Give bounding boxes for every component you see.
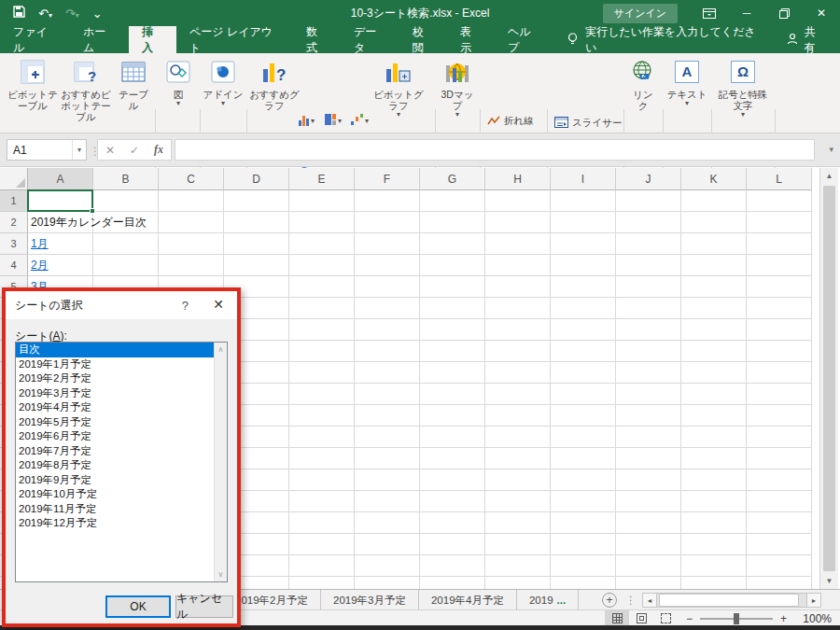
column-chart-button[interactable]: ▾ — [299, 113, 322, 129]
column-header[interactable]: J — [616, 168, 681, 190]
list-scroll-down-icon[interactable]: ∨ — [215, 570, 227, 579]
link-button[interactable]: リンク — [627, 56, 659, 129]
sheet-tab-truncated[interactable]: 2019... — [517, 590, 579, 610]
customize-qat-button[interactable]: ⌄ — [92, 7, 103, 21]
cell-b2-title[interactable]: 2019年カレンダー目次 — [31, 212, 147, 233]
sparkline-line-button[interactable]: 折れ線 — [487, 115, 534, 128]
tab-review[interactable]: 校閲 — [399, 26, 447, 53]
vertical-scroll-thumb[interactable] — [823, 186, 835, 571]
redo-button[interactable]: ↷▾ — [65, 7, 79, 21]
sheet-list-item[interactable]: 2019年8月予定 — [16, 458, 227, 473]
row-header[interactable]: 2 — [0, 212, 28, 233]
sheet-list-item[interactable]: 2019年6月予定 — [16, 429, 227, 444]
page-layout-view-button[interactable] — [629, 610, 653, 626]
save-icon[interactable] — [13, 6, 25, 21]
tab-file[interactable]: ファイル — [0, 26, 70, 53]
column-header[interactable]: A — [28, 168, 93, 190]
tab-view[interactable]: 表示 — [447, 26, 495, 53]
selected-cell-a1[interactable] — [27, 189, 93, 212]
name-box[interactable]: A1 ▾ — [7, 139, 87, 161]
sheet-list-item[interactable]: 2019年4月予定 — [16, 400, 227, 415]
column-header[interactable]: D — [224, 168, 289, 190]
formula-input[interactable] — [175, 139, 815, 161]
tab-formulas[interactable]: 数式 — [293, 26, 341, 53]
3d-map-button[interactable]: 3Dマップ ▾ — [437, 56, 478, 129]
scroll-up-icon[interactable]: ▲ — [820, 168, 838, 184]
row-header[interactable]: 3 — [0, 233, 28, 255]
text-button[interactable]: A テキスト ▾ — [666, 56, 707, 129]
sheet-list-item[interactable]: 2019年11月予定 — [16, 502, 227, 517]
expand-formula-bar-icon[interactable]: ▾ — [829, 145, 833, 154]
list-scrollbar[interactable]: ∧ ∨ — [214, 343, 227, 581]
sheet-list-item[interactable]: 2019年12月予定 — [16, 516, 227, 531]
horizontal-scroll-thumb[interactable] — [659, 594, 799, 607]
sheet-list-item[interactable]: 2019年5月予定 — [16, 415, 227, 430]
sheet-list-item[interactable]: 目次 — [16, 343, 227, 357]
close-button[interactable]: ✕ — [803, 0, 840, 26]
column-header[interactable]: C — [159, 168, 224, 190]
illustrations-button[interactable]: 図 ▾ — [159, 56, 198, 129]
column-header[interactable]: G — [420, 168, 485, 190]
scroll-left-icon[interactable]: ◄ — [642, 593, 657, 608]
restore-button[interactable] — [765, 0, 803, 26]
tab-data[interactable]: データ — [341, 26, 399, 53]
sheet-tab[interactable]: 2019年4月予定 — [419, 590, 517, 610]
ribbon-display-options-icon[interactable] — [691, 0, 728, 26]
scroll-right-icon[interactable]: ► — [806, 593, 821, 608]
select-all-corner[interactable] — [0, 168, 28, 190]
zoom-slider[interactable] — [700, 618, 773, 620]
row-header[interactable]: 1 — [0, 190, 28, 212]
column-header[interactable]: E — [289, 168, 355, 190]
vertical-scrollbar[interactable]: ▲ ▼ — [819, 168, 838, 589]
dialog-close-icon[interactable]: ✕ — [213, 297, 224, 312]
signin-button[interactable]: サインイン — [603, 4, 678, 23]
sheet-list-item[interactable]: 2019年3月予定 — [16, 386, 227, 401]
sheet-list-item[interactable]: 2019年9月予定 — [16, 473, 227, 488]
normal-view-button[interactable] — [605, 610, 629, 626]
tab-page-layout[interactable]: ページ レイアウト — [176, 26, 293, 53]
row-header[interactable]: 4 — [0, 255, 28, 276]
column-header[interactable]: B — [93, 168, 159, 190]
tab-home[interactable]: ホーム — [70, 26, 129, 53]
list-scroll-up-icon[interactable]: ∧ — [215, 345, 227, 354]
enter-entry-icon[interactable]: ✓ — [130, 144, 139, 157]
table-button[interactable]: テーブル — [116, 56, 151, 129]
recommended-charts-button[interactable]: ? おすすめグラフ — [252, 56, 297, 129]
column-header[interactable]: F — [355, 168, 420, 190]
sheet-options-icon[interactable]: ⋮ — [625, 594, 637, 607]
horizontal-scrollbar[interactable]: ◄ ► — [642, 592, 821, 609]
minimize-button[interactable]: ─ — [728, 0, 765, 26]
slicer-button[interactable]: スライサー — [554, 117, 622, 130]
fill-handle[interactable] — [90, 208, 95, 214]
recommended-pivot-tables-button[interactable]: ? おすすめピボットテーブル — [58, 56, 114, 129]
tab-insert[interactable]: 挿入 — [129, 26, 176, 53]
sheet-tab[interactable]: 2019年3月予定 — [321, 590, 419, 610]
tell-me-search[interactable]: 実行したい作業を入力してください — [553, 26, 772, 53]
column-header[interactable]: L — [747, 168, 812, 190]
addins-button[interactable]: アドイン ▾ — [202, 56, 245, 129]
page-break-view-button[interactable] — [653, 610, 678, 626]
column-header[interactable]: K — [681, 168, 747, 190]
cancel-button[interactable]: キャンセル — [175, 595, 233, 618]
name-box-dropdown-icon[interactable]: ▾ — [72, 140, 86, 160]
zoom-in-button[interactable]: + — [780, 612, 787, 625]
symbols-button[interactable]: Ω 記号と特殊文字 ▾ — [717, 56, 769, 129]
ok-button[interactable]: OK — [105, 595, 171, 618]
sheet-list-item[interactable]: 2019年7月予定 — [16, 444, 227, 459]
zoom-level[interactable]: 100% — [794, 612, 832, 625]
cell-b4-link[interactable]: 2月 — [31, 255, 49, 276]
cell-b3-link[interactable]: 1月 — [31, 233, 49, 255]
insert-function-icon[interactable]: fx — [154, 143, 163, 157]
hierarchy-chart-button[interactable]: ▾ — [325, 113, 348, 129]
zoom-out-button[interactable]: − — [686, 612, 693, 625]
column-header[interactable]: I — [551, 168, 616, 190]
sheet-list-item[interactable]: 2019年10月予定 — [16, 487, 227, 502]
sheet-list-item[interactable]: 2019年1月予定 — [16, 357, 227, 372]
tab-help[interactable]: ヘルプ — [495, 26, 553, 53]
pivot-chart-button[interactable]: ピボットグラフ ▾ — [371, 56, 426, 129]
undo-button[interactable]: ↶▾ — [38, 7, 52, 21]
dialog-help-icon[interactable]: ? — [182, 299, 189, 313]
scroll-down-icon[interactable]: ▼ — [820, 573, 838, 589]
cancel-entry-icon[interactable]: ✕ — [105, 144, 115, 157]
column-header[interactable]: H — [485, 168, 551, 190]
